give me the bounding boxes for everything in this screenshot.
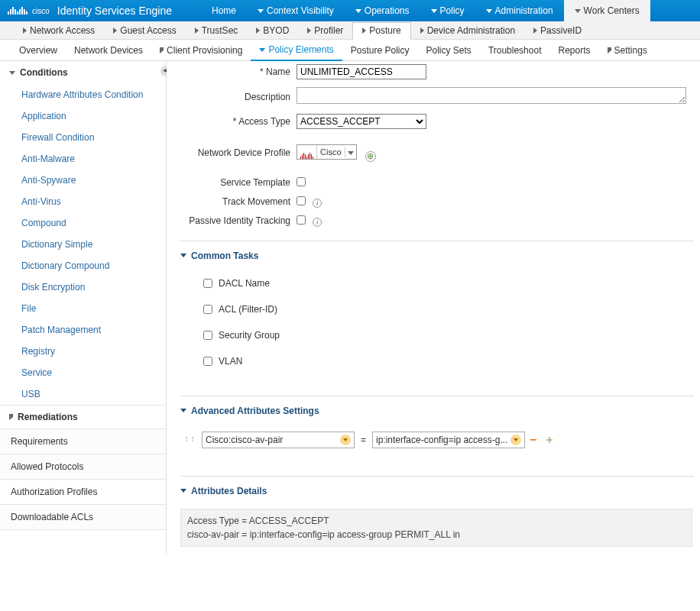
subnav2-item[interactable]: Overview bbox=[11, 40, 66, 60]
section-heading: Attributes Details bbox=[191, 486, 267, 496]
sidebar-item[interactable]: Hardware Attributes Condition bbox=[0, 84, 166, 105]
sidebar-group-label: Remediations bbox=[18, 412, 78, 422]
subnav1-item[interactable]: Network Access bbox=[14, 21, 104, 39]
info-icon[interactable]: i bbox=[313, 218, 322, 227]
sidebar-single-item[interactable]: Downloadable ACLs bbox=[0, 505, 166, 530]
task-checkbox[interactable] bbox=[203, 357, 212, 366]
nav-label: Troubleshoot bbox=[488, 45, 542, 56]
sidebar-item[interactable]: Anti-Malware bbox=[0, 148, 166, 170]
name-input[interactable] bbox=[297, 64, 426, 79]
sidebar-item[interactable]: Service bbox=[0, 362, 166, 383]
task-checkbox[interactable] bbox=[203, 331, 212, 340]
service-template-checkbox[interactable] bbox=[297, 177, 306, 186]
subnav2-item[interactable]: Policy Elements bbox=[251, 40, 342, 61]
nav-label: Context Visibility bbox=[267, 5, 334, 16]
top-nav-item[interactable]: Context Visibility bbox=[247, 0, 345, 21]
nav-label: Reports bbox=[558, 45, 590, 56]
subnav2-item[interactable]: Posture Policy bbox=[342, 40, 418, 60]
sidebar-conditions-list: Hardware Attributes ConditionApplication… bbox=[0, 84, 166, 405]
chevron-down-icon bbox=[180, 254, 186, 257]
nav-label: Network Access bbox=[30, 25, 95, 36]
dropdown-icon bbox=[510, 435, 521, 445]
subnav1-item[interactable]: PassiveID bbox=[524, 21, 591, 39]
subnav2-item[interactable]: Network Devices bbox=[66, 40, 151, 60]
subnav2-item[interactable]: Settings bbox=[599, 40, 656, 60]
subnav1-item[interactable]: TrustSec bbox=[186, 21, 248, 39]
attribute-value-text: ip:interface-config=ip access-g... bbox=[376, 435, 507, 445]
common-task-row: DACL Name bbox=[180, 270, 694, 296]
form-area: * Name Description * Access Type ACCESS_… bbox=[167, 61, 700, 227]
sidebar-group-title-remediations[interactable]: Remediations bbox=[0, 406, 166, 428]
sidebar-group-conditions: Conditions Hardware Attributes Condition… bbox=[0, 61, 166, 406]
add-attr-button[interactable]: ＋ bbox=[541, 433, 558, 447]
sidebar-item[interactable]: USB bbox=[0, 383, 166, 405]
task-checkbox[interactable] bbox=[203, 279, 212, 288]
top-nav-item[interactable]: Work Centers bbox=[564, 0, 650, 21]
attribute-name-select[interactable]: Cisco:cisco-av-pair bbox=[202, 432, 355, 448]
track-movement-checkbox[interactable] bbox=[297, 196, 306, 205]
sidebar-item[interactable]: File bbox=[0, 298, 166, 319]
subnav1-item[interactable]: Device Administration bbox=[411, 21, 524, 39]
subnav2-item[interactable]: Client Provisioning bbox=[151, 40, 251, 60]
sidebar-item[interactable]: Disk Encryption bbox=[0, 276, 166, 298]
chevron-down-icon bbox=[345, 147, 356, 157]
sidebar-item[interactable]: Registry bbox=[0, 341, 166, 362]
attributes-details-box: Access Type = ACCESS_ACCEPT cisco-av-pai… bbox=[180, 509, 692, 547]
nav-label: Posture bbox=[369, 25, 400, 36]
sidebar-item[interactable]: Anti-Virus bbox=[0, 191, 166, 212]
top-nav-item[interactable]: Operations bbox=[345, 0, 420, 21]
ndp-selector[interactable]: Cisco bbox=[297, 144, 357, 160]
description-input[interactable] bbox=[297, 87, 686, 104]
nav-label: Network Devices bbox=[74, 45, 143, 56]
section-title-common-tasks[interactable]: Common Tasks bbox=[180, 241, 694, 270]
remove-attr-button[interactable]: − bbox=[525, 433, 541, 447]
subnav1-item[interactable]: Profiler bbox=[298, 21, 352, 39]
subnav2-item[interactable]: Troubleshoot bbox=[480, 40, 550, 60]
name-label: * Name bbox=[167, 66, 297, 77]
nav-label: Home bbox=[212, 5, 236, 16]
sidebar-item[interactable]: Anti-Spyware bbox=[0, 170, 166, 191]
chevron-right-icon bbox=[256, 27, 260, 34]
chevron-right-icon bbox=[113, 27, 117, 34]
attribute-value-select[interactable]: ip:interface-config=ip access-g... bbox=[372, 432, 525, 448]
nav-label: Posture Policy bbox=[351, 45, 410, 56]
sidebar-single-item[interactable]: Requirements bbox=[0, 429, 166, 454]
task-checkbox[interactable] bbox=[203, 305, 212, 314]
task-label: Security Group bbox=[219, 330, 280, 341]
sidebar-item[interactable]: Dictionary Compound bbox=[0, 255, 166, 276]
subnav1-item[interactable]: BYOD bbox=[247, 21, 298, 39]
subnav1-item[interactable]: Posture bbox=[352, 22, 410, 40]
subnav2-item[interactable]: Policy Sets bbox=[418, 40, 480, 60]
sidebar-item[interactable]: Firewall Condition bbox=[0, 127, 166, 148]
chevron-down-icon bbox=[9, 71, 15, 75]
access-type-select[interactable]: ACCESS_ACCEPT bbox=[297, 114, 426, 129]
sidebar-item[interactable]: Compound bbox=[0, 212, 166, 234]
add-ndp-button[interactable]: ⊕ bbox=[365, 151, 376, 162]
chevron-down-icon bbox=[355, 9, 361, 13]
sidebar-group-title-conditions[interactable]: Conditions bbox=[0, 61, 166, 84]
passive-identity-checkbox[interactable] bbox=[297, 215, 306, 225]
section-title-details[interactable]: Attributes Details bbox=[180, 477, 694, 506]
top-nav-item[interactable]: Policy bbox=[420, 0, 475, 21]
chevron-down-icon bbox=[258, 9, 264, 13]
drag-handle-icon[interactable]: ⠇⠇ bbox=[185, 435, 202, 444]
section-title-advanced[interactable]: Advanced Attributes Settings bbox=[180, 396, 694, 425]
attribute-name-value: Cisco:cisco-av-pair bbox=[206, 435, 283, 445]
sidebar-item[interactable]: Dictionary Simple bbox=[0, 234, 166, 255]
sidebar-single-item[interactable]: Allowed Protocols bbox=[0, 454, 166, 480]
sidebar-item[interactable]: Patch Management bbox=[0, 319, 166, 341]
sidebar-item[interactable]: Application bbox=[0, 105, 166, 127]
subnav1-item[interactable]: Guest Access bbox=[104, 21, 185, 39]
form-row-ndp: Network Device Profile Cisco ⊕ bbox=[167, 144, 694, 162]
top-nav: HomeContext VisibilityOperationsPolicyAd… bbox=[201, 0, 650, 21]
nav-label: Administration bbox=[495, 5, 553, 16]
top-nav-item[interactable]: Home bbox=[201, 0, 247, 21]
chevron-right-icon bbox=[23, 27, 27, 34]
task-label: DACL Name bbox=[219, 278, 270, 289]
task-label: VLAN bbox=[219, 356, 242, 367]
info-icon[interactable]: i bbox=[313, 199, 322, 208]
sidebar-single-item[interactable]: Authorization Profiles bbox=[0, 480, 166, 505]
subnav2-item[interactable]: Reports bbox=[549, 40, 598, 60]
dropdown-icon bbox=[340, 435, 351, 445]
top-nav-item[interactable]: Administration bbox=[475, 0, 564, 21]
